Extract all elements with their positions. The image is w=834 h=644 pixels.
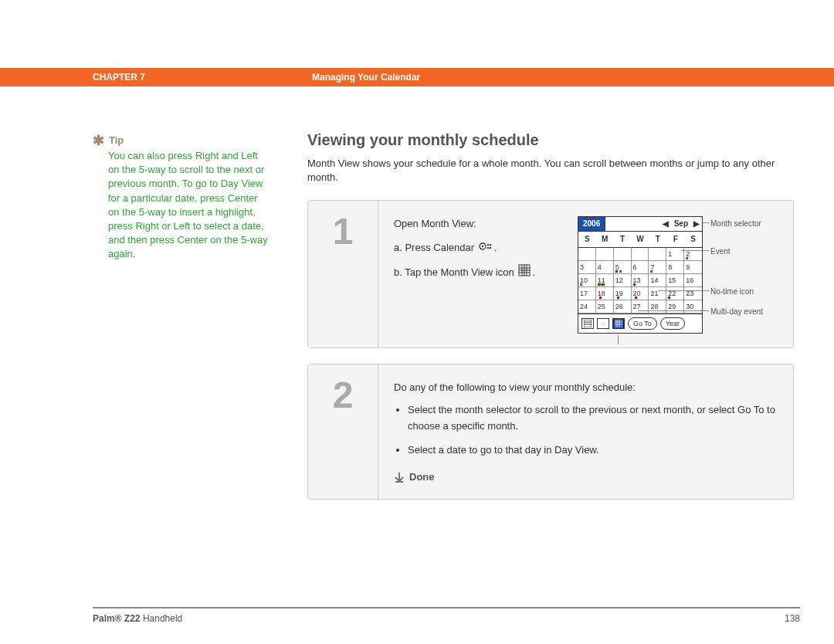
day-view-icon[interactable] xyxy=(581,318,594,329)
page-number: 138 xyxy=(785,613,800,624)
svg-rect-5 xyxy=(490,247,491,249)
calendar-day[interactable]: 10 xyxy=(578,274,596,287)
calendar-day[interactable] xyxy=(614,248,632,261)
calendar-day[interactable]: 25 xyxy=(596,300,614,314)
calendar-day[interactable]: 12 xyxy=(614,274,632,287)
week-view-icon[interactable]: · xyxy=(597,318,609,329)
calendar-day[interactable] xyxy=(649,248,666,261)
calendar-grid[interactable]: 1234567891011121314151617181920212223242… xyxy=(578,248,702,314)
step-number: 1 xyxy=(333,213,354,250)
calendar-day[interactable]: 14 xyxy=(649,274,666,287)
page-footer: Palm® Z22 Handheld 138 xyxy=(93,607,800,624)
step-2-intro: Do any of the following to view your mon… xyxy=(394,380,779,396)
next-month-arrow[interactable]: ▶ xyxy=(691,218,702,230)
intro-text: Month View shows your schedule for a who… xyxy=(307,157,794,185)
prev-month-arrow[interactable]: ◀ xyxy=(660,218,671,230)
calendar-day[interactable] xyxy=(632,248,649,261)
step-1-content: Open Month View: a. Press Calendar . b. … xyxy=(378,201,793,347)
calendar-day[interactable]: 24 xyxy=(578,300,596,314)
calendar-footer: · Go To Year xyxy=(578,314,702,333)
svg-rect-2 xyxy=(487,244,489,246)
bullet-2: Select a date to go to that day in Day V… xyxy=(408,442,779,459)
manual-page: CHAPTER 7 Managing Your Calendar ✱ Tip Y… xyxy=(0,0,834,644)
label-no-time: No-time icon xyxy=(710,286,754,298)
calendar-day[interactable]: 30 xyxy=(684,300,702,314)
done-arrow-icon xyxy=(394,472,405,483)
calendar-day[interactable]: 28 xyxy=(649,300,666,314)
calendar-day[interactable]: 13 xyxy=(632,274,649,287)
svg-point-1 xyxy=(481,246,483,247)
step-1-box: 1 Open Month View: a. Press Calendar . xyxy=(307,200,794,348)
calendar-day[interactable]: 7 xyxy=(649,261,666,274)
step-1-instructions: Open Month View: a. Press Calendar . b. … xyxy=(394,216,564,282)
calendar-day[interactable]: 4 xyxy=(596,261,614,274)
open-month-view-label: Open Month View: xyxy=(394,216,564,232)
year-button[interactable]: Year xyxy=(660,317,685,330)
step-number-col: 2 xyxy=(308,364,378,499)
step-number-col: 1 xyxy=(308,201,378,347)
year-label: 2006 xyxy=(578,217,605,231)
calendar-day[interactable]: 5 xyxy=(614,261,632,274)
tip-label: Tip xyxy=(109,134,124,146)
calendar-day[interactable]: 21 xyxy=(649,287,666,300)
label-month-selector: Month selector xyxy=(710,218,761,230)
label-multi-day: Multi-day event xyxy=(710,306,763,318)
calendar-day[interactable]: 8 xyxy=(666,261,684,274)
svg-rect-13 xyxy=(584,320,592,327)
month-selector[interactable]: 2006 ◀ Sep ▶ xyxy=(578,217,702,231)
step-2-bullets: Select the month selector to scroll to t… xyxy=(394,402,779,458)
step-1b: b. Tap the Month View icon xyxy=(394,266,517,278)
go-to-button[interactable]: Go To xyxy=(628,317,657,330)
svg-rect-3 xyxy=(490,244,491,246)
step-number: 2 xyxy=(333,377,354,414)
calendar-day[interactable]: 18 xyxy=(596,287,614,300)
done-row: Done xyxy=(394,469,779,486)
calendar-day[interactable]: 15 xyxy=(666,274,684,287)
month-view-inline-icon xyxy=(518,264,531,282)
main-content: Viewing your monthly schedule Month View… xyxy=(307,131,794,515)
calendar-day[interactable]: 16 xyxy=(684,274,702,287)
calendar-day[interactable]: 19 xyxy=(614,287,632,300)
page-title: Viewing your monthly schedule xyxy=(307,131,794,149)
done-label: Done xyxy=(409,469,435,486)
step-1a: a. Press Calendar xyxy=(394,242,477,253)
step-2-box: 2 Do any of the following to view your m… xyxy=(307,364,794,500)
day-of-week-row: SMTWTFS xyxy=(578,231,702,248)
tip-header: ✱ Tip xyxy=(93,134,270,146)
tip-sidebar: ✱ Tip You can also press Right and Left … xyxy=(93,134,270,262)
asterisk-icon: ✱ xyxy=(93,135,104,146)
tip-body: You can also press Right and Left on the… xyxy=(93,149,270,262)
calendar-day[interactable] xyxy=(596,248,614,261)
step-2-content: Do any of the following to view your mon… xyxy=(378,364,793,499)
calendar-day[interactable]: 11 xyxy=(596,274,614,287)
chapter-label: CHAPTER 7 xyxy=(0,68,307,86)
calendar-day[interactable]: 22 xyxy=(666,287,684,300)
calendar-hardware-icon xyxy=(479,240,493,256)
calendar-screenshot: 2006 ◀ Sep ▶ SMTWTFS 1234567891011121314… xyxy=(578,216,779,334)
calendar-day[interactable]: 26 xyxy=(614,300,632,314)
svg-rect-16 xyxy=(615,320,622,327)
label-event: Event xyxy=(710,246,731,258)
calendar-day[interactable]: 20 xyxy=(632,287,649,300)
month-view-widget: 2006 ◀ Sep ▶ SMTWTFS 1234567891011121314… xyxy=(578,216,703,334)
calendar-day[interactable]: 6 xyxy=(632,261,649,274)
calendar-day[interactable]: 27 xyxy=(632,300,649,314)
svg-rect-4 xyxy=(487,247,489,249)
chapter-title: Managing Your Calendar xyxy=(307,68,834,86)
calendar-day[interactable] xyxy=(578,248,596,261)
bullet-1: Select the month selector to scroll to t… xyxy=(408,402,779,435)
chapter-bar: CHAPTER 7 Managing Your Calendar xyxy=(0,68,834,86)
calendar-day[interactable]: 23 xyxy=(684,287,702,300)
footer-product: Palm® Z22 Handheld xyxy=(93,613,182,624)
month-view-icon[interactable] xyxy=(612,318,625,329)
calendar-day[interactable]: 17 xyxy=(578,287,596,300)
month-label: Sep xyxy=(671,218,691,230)
calendar-day[interactable]: 9 xyxy=(684,261,702,274)
calendar-day[interactable]: 3 xyxy=(578,261,596,274)
calendar-day[interactable]: 29 xyxy=(666,300,684,314)
label-month-view-icon: Month View icon xyxy=(584,346,640,348)
